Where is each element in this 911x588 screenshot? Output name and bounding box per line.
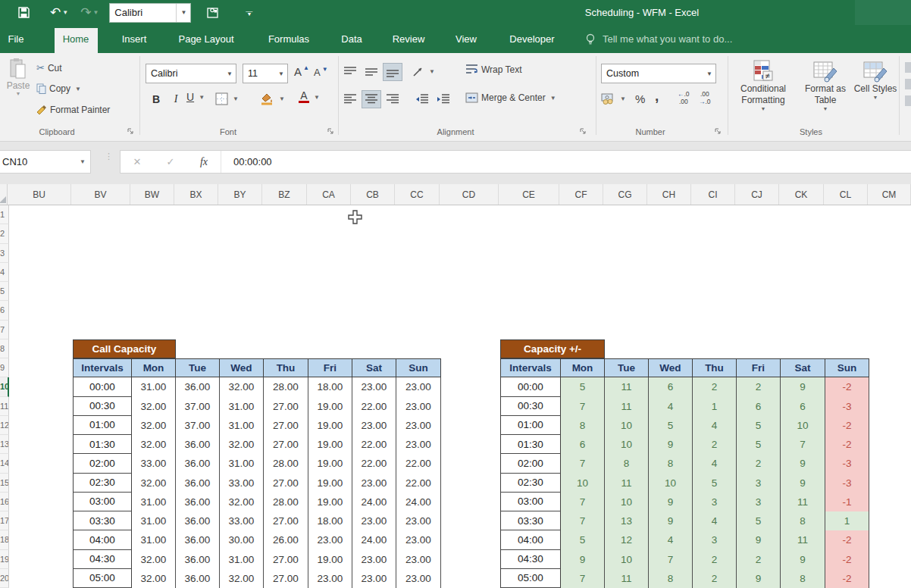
- value-cell[interactable]: 9: [781, 474, 825, 493]
- value-cell[interactable]: -3: [825, 454, 869, 473]
- bold-button[interactable]: B: [149, 91, 164, 108]
- interval-cell[interactable]: 00:00: [500, 377, 561, 396]
- row-header-18[interactable]: 18: [0, 530, 9, 549]
- value-cell[interactable]: 5: [737, 416, 781, 435]
- conditional-formatting-button[interactable]: ≠ Conditional Formatting ▼: [731, 59, 796, 111]
- value-cell[interactable]: 6: [649, 377, 693, 396]
- row-header-16[interactable]: 16: [0, 493, 9, 511]
- value-cell[interactable]: 27.00: [264, 511, 308, 530]
- value-cell[interactable]: 19.00: [308, 454, 352, 473]
- value-cell[interactable]: 23.00: [396, 416, 441, 435]
- interval-cell[interactable]: 04:00: [73, 530, 132, 549]
- value-cell[interactable]: 19.00: [308, 474, 352, 493]
- value-cell[interactable]: 30.00: [220, 530, 264, 549]
- row-header-5[interactable]: 5: [0, 282, 9, 301]
- table-header-wed[interactable]: Wed: [220, 358, 264, 377]
- value-cell[interactable]: 8: [649, 454, 693, 473]
- percent-style-button[interactable]: %: [635, 92, 645, 105]
- wrap-text-button[interactable]: Wrap Text: [465, 64, 522, 75]
- number-dialog-launcher[interactable]: [713, 127, 722, 136]
- interval-cell[interactable]: 05:00: [500, 569, 561, 588]
- table-header-sat[interactable]: Sat: [352, 358, 396, 377]
- value-cell[interactable]: 8: [605, 454, 649, 473]
- format-painter-button[interactable]: Format Painter: [36, 105, 110, 115]
- table-header-mon[interactable]: Mon: [561, 358, 605, 377]
- value-cell[interactable]: 22.00: [352, 454, 396, 473]
- customize-qat-icon[interactable]: —▼: [246, 10, 252, 16]
- table-header-thu[interactable]: Thu: [693, 358, 737, 377]
- column-header-CB[interactable]: CB: [351, 184, 395, 205]
- value-cell[interactable]: 36.00: [176, 511, 220, 530]
- column-header-BW[interactable]: BW: [130, 184, 174, 205]
- row-header-12[interactable]: 12: [0, 416, 9, 435]
- value-cell[interactable]: 8: [781, 511, 825, 530]
- row-header-8[interactable]: 8: [0, 339, 9, 358]
- chevron-down-icon[interactable]: ▼: [703, 64, 715, 83]
- value-cell[interactable]: 31.00: [220, 416, 264, 435]
- value-cell[interactable]: 23.00: [396, 550, 441, 569]
- increase-indent-button[interactable]: [434, 91, 452, 108]
- value-cell[interactable]: 33.00: [220, 511, 264, 530]
- interval-cell[interactable]: 04:30: [73, 550, 132, 569]
- value-cell[interactable]: 9: [649, 493, 693, 511]
- value-cell[interactable]: 36.00: [176, 474, 220, 493]
- value-cell[interactable]: 1: [693, 397, 737, 416]
- value-cell[interactable]: 7: [561, 511, 605, 530]
- column-header-CF[interactable]: CF: [559, 184, 603, 205]
- value-cell[interactable]: 9: [781, 550, 825, 569]
- value-cell[interactable]: 36.00: [176, 530, 220, 549]
- table-header-intervals[interactable]: Intervals: [73, 358, 132, 377]
- value-cell[interactable]: 5: [561, 530, 605, 549]
- interval-cell[interactable]: 00:00: [73, 377, 132, 396]
- cell-styles-button[interactable]: Cell Styles ▼: [853, 59, 897, 100]
- column-header-CE[interactable]: CE: [499, 184, 559, 205]
- number-format-combo[interactable]: Custom ▼: [601, 64, 716, 83]
- interval-cell[interactable]: 02:00: [73, 454, 132, 473]
- row-header-15[interactable]: 15: [0, 474, 9, 493]
- column-header-BZ[interactable]: BZ: [262, 184, 307, 205]
- interval-cell[interactable]: 02:00: [500, 454, 561, 473]
- value-cell[interactable]: -2: [825, 377, 869, 396]
- value-cell[interactable]: 32.00: [132, 569, 176, 588]
- value-cell[interactable]: 11: [605, 474, 649, 493]
- value-cell[interactable]: 18.00: [308, 377, 352, 396]
- row-header-20[interactable]: 20: [0, 569, 9, 588]
- value-cell[interactable]: 5: [693, 474, 737, 493]
- value-cell[interactable]: 19.00: [308, 493, 352, 511]
- value-cell[interactable]: 13: [605, 511, 649, 530]
- value-cell[interactable]: 31.00: [220, 550, 264, 569]
- column-header-CI[interactable]: CI: [691, 184, 735, 205]
- table-header-tue[interactable]: Tue: [605, 358, 649, 377]
- align-middle-button[interactable]: [362, 64, 380, 80]
- italic-button[interactable]: I: [168, 91, 183, 108]
- value-cell[interactable]: 23.00: [352, 550, 396, 569]
- value-cell[interactable]: 7: [781, 435, 825, 454]
- value-cell[interactable]: 37.00: [176, 416, 220, 435]
- clipboard-dialog-launcher[interactable]: [126, 127, 135, 136]
- value-cell[interactable]: 28.00: [264, 493, 308, 511]
- tell-me-box[interactable]: Tell me what you want to do...: [603, 25, 732, 53]
- row-header-3[interactable]: 3: [0, 244, 9, 263]
- value-cell[interactable]: 7: [561, 569, 605, 588]
- value-cell[interactable]: 7: [649, 550, 693, 569]
- value-cell[interactable]: 27.00: [264, 397, 308, 416]
- borders-button[interactable]: ▼: [215, 92, 239, 105]
- column-header-CK[interactable]: CK: [779, 184, 824, 205]
- value-cell[interactable]: 23.00: [352, 416, 396, 435]
- value-cell[interactable]: 10: [649, 474, 693, 493]
- value-cell[interactable]: 31.00: [220, 397, 264, 416]
- tab-formulas[interactable]: Formulas: [268, 25, 309, 53]
- value-cell[interactable]: 9: [561, 550, 605, 569]
- interval-cell[interactable]: 03:30: [500, 511, 561, 530]
- value-cell[interactable]: 9: [649, 511, 693, 530]
- column-header-BU[interactable]: BU: [8, 184, 71, 205]
- value-cell[interactable]: 2: [737, 550, 781, 569]
- interval-cell[interactable]: 01:00: [500, 416, 561, 435]
- value-cell[interactable]: 36.00: [176, 435, 220, 454]
- table-header-sat[interactable]: Sat: [781, 358, 825, 377]
- value-cell[interactable]: -2: [825, 569, 869, 588]
- value-cell[interactable]: 10: [561, 474, 605, 493]
- value-cell[interactable]: 36.00: [176, 550, 220, 569]
- column-header-CM[interactable]: CM: [868, 184, 911, 205]
- column-header-CL[interactable]: CL: [824, 184, 868, 205]
